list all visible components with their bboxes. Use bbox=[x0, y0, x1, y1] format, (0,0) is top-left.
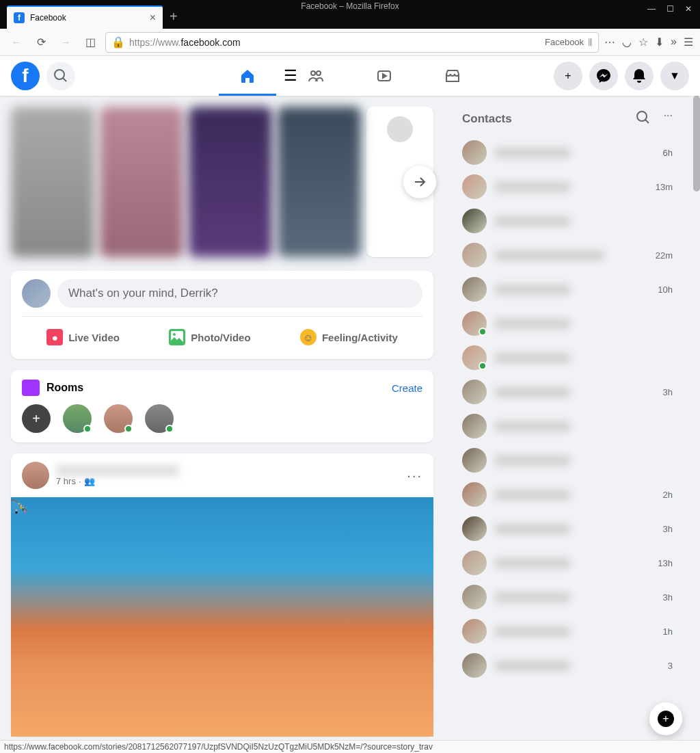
contact-row[interactable] bbox=[457, 443, 678, 477]
contact-name bbox=[495, 661, 570, 671]
rooms-card: Rooms Create + bbox=[11, 370, 433, 442]
messenger-button[interactable] bbox=[589, 62, 618, 90]
contact-row[interactable]: 2h bbox=[457, 477, 678, 512]
contact-time: 1h bbox=[663, 626, 673, 637]
rooms-create-link[interactable]: Create bbox=[392, 382, 422, 394]
contact-time: 3h bbox=[663, 387, 673, 397]
contact-name bbox=[495, 182, 570, 192]
account-button[interactable]: ▼ bbox=[660, 62, 689, 90]
hamburger-menu-icon[interactable]: ☰ bbox=[684, 36, 693, 49]
bookmark-icon[interactable]: ☆ bbox=[638, 36, 648, 49]
contact-row[interactable]: 1h bbox=[457, 614, 678, 648]
composer-input[interactable]: What's on your mind, Derrik? bbox=[57, 279, 422, 308]
story-card[interactable] bbox=[100, 107, 183, 257]
photo-video-button[interactable]: Photo/Video bbox=[161, 323, 258, 351]
room-contact[interactable] bbox=[145, 404, 174, 433]
contact-row[interactable]: 6h bbox=[457, 135, 678, 170]
reader-icon[interactable]: ⦀ bbox=[588, 36, 593, 49]
contact-row[interactable]: 3h bbox=[457, 580, 678, 614]
user-avatar[interactable] bbox=[22, 279, 51, 308]
browser-tab[interactable]: Facebook × bbox=[7, 5, 163, 29]
stories-next-button[interactable] bbox=[403, 166, 436, 198]
contacts-options-icon[interactable]: ··· bbox=[664, 109, 673, 129]
story-card[interactable] bbox=[189, 107, 272, 257]
contact-avatar bbox=[462, 140, 487, 165]
contact-avatar bbox=[462, 516, 487, 541]
facebook-logo[interactable] bbox=[11, 62, 40, 90]
arrow-right-icon bbox=[412, 174, 428, 190]
post-menu-button[interactable]: ··· bbox=[407, 468, 422, 484]
search-icon bbox=[53, 68, 69, 84]
content-area: What's on your mind, Derrik? ● Live Vide… bbox=[0, 96, 700, 753]
post-author-name[interactable] bbox=[56, 465, 179, 476]
contact-row[interactable] bbox=[457, 409, 678, 443]
contact-avatar bbox=[462, 482, 487, 507]
bell-icon bbox=[631, 68, 647, 84]
maximize-button[interactable]: ☐ bbox=[667, 4, 674, 14]
nav-marketplace[interactable] bbox=[421, 56, 484, 96]
contact-row[interactable]: 3 bbox=[457, 648, 678, 683]
room-contact[interactable] bbox=[104, 404, 133, 433]
contacts-title: Contacts bbox=[462, 112, 512, 126]
close-window-button[interactable]: ✕ bbox=[685, 4, 692, 14]
contact-row[interactable] bbox=[457, 306, 678, 341]
address-bar[interactable]: 🔒 https://www.facebook.com Facebook ⦀ bbox=[105, 32, 599, 53]
minimize-button[interactable]: — bbox=[647, 4, 656, 14]
contact-time: 6h bbox=[663, 148, 673, 158]
create-button[interactable]: + bbox=[554, 62, 582, 90]
room-contact[interactable] bbox=[63, 404, 92, 433]
svg-rect-22 bbox=[16, 512, 18, 514]
nav-friends[interactable] bbox=[284, 56, 347, 96]
close-tab-icon[interactable]: × bbox=[150, 12, 156, 24]
post-image[interactable] bbox=[11, 497, 433, 737]
contact-avatar bbox=[462, 345, 487, 370]
back-button[interactable]: ← bbox=[7, 33, 26, 52]
nav-home[interactable] bbox=[216, 56, 279, 96]
svg-rect-20 bbox=[22, 508, 23, 510]
rooms-title: Rooms bbox=[22, 380, 83, 396]
scrollbar-thumb[interactable] bbox=[693, 96, 700, 191]
svg-point-7 bbox=[18, 503, 20, 505]
contact-row[interactable]: 22m bbox=[457, 238, 678, 272]
contact-row[interactable]: 10h bbox=[457, 272, 678, 306]
lock-icon: 🔒 bbox=[111, 36, 125, 49]
new-message-fab[interactable]: + bbox=[649, 702, 682, 735]
feeling-activity-button[interactable]: ☺ Feeling/Activity bbox=[292, 323, 406, 351]
more-icon[interactable]: ⋯ bbox=[604, 36, 615, 49]
contact-name bbox=[495, 626, 570, 637]
overflow-icon[interactable]: » bbox=[671, 36, 677, 49]
new-tab-button[interactable]: + bbox=[170, 9, 178, 25]
contact-time: 22m bbox=[656, 250, 673, 261]
contacts-column: Contacts ··· 6h13m22m10h3h2h3h13h3h1h3 bbox=[451, 96, 684, 753]
tab-bar: Facebook × + bbox=[0, 0, 178, 29]
contact-name bbox=[495, 592, 570, 603]
contact-avatar bbox=[462, 653, 487, 678]
reload-button[interactable]: ⟳ bbox=[31, 33, 51, 52]
post-author-avatar[interactable] bbox=[22, 462, 49, 489]
create-room-button[interactable]: + bbox=[22, 404, 51, 433]
search-button[interactable] bbox=[46, 62, 75, 90]
contact-row[interactable]: 13m bbox=[457, 170, 678, 204]
marketplace-icon bbox=[444, 68, 461, 84]
pocket-icon[interactable]: ◡ bbox=[622, 36, 632, 49]
story-card[interactable] bbox=[11, 107, 94, 257]
shield-icon[interactable]: ◫ bbox=[81, 33, 100, 52]
contact-row[interactable] bbox=[457, 341, 678, 375]
contact-name bbox=[495, 285, 570, 295]
contact-avatar bbox=[462, 619, 487, 644]
forward-button[interactable]: → bbox=[56, 33, 75, 52]
status-bar: https://www.facebook.com/stories/2081712… bbox=[0, 740, 700, 753]
downloads-icon[interactable]: ⬇ bbox=[655, 36, 664, 49]
nav-watch[interactable] bbox=[353, 56, 416, 96]
story-card[interactable] bbox=[278, 107, 361, 257]
live-video-button[interactable]: ● Live Video bbox=[38, 323, 128, 351]
notifications-button[interactable] bbox=[625, 62, 654, 90]
header-right: + ▼ bbox=[554, 62, 689, 90]
contact-row[interactable] bbox=[457, 204, 678, 238]
url-bar: ← ⟳ → ◫ 🔒 https://www.facebook.com Faceb… bbox=[0, 29, 700, 56]
contact-row[interactable]: 13h bbox=[457, 546, 678, 580]
contact-row[interactable]: 3h bbox=[457, 512, 678, 546]
search-contacts-icon[interactable] bbox=[635, 109, 651, 129]
feeling-icon: ☺ bbox=[300, 329, 317, 345]
contact-row[interactable]: 3h bbox=[457, 375, 678, 409]
